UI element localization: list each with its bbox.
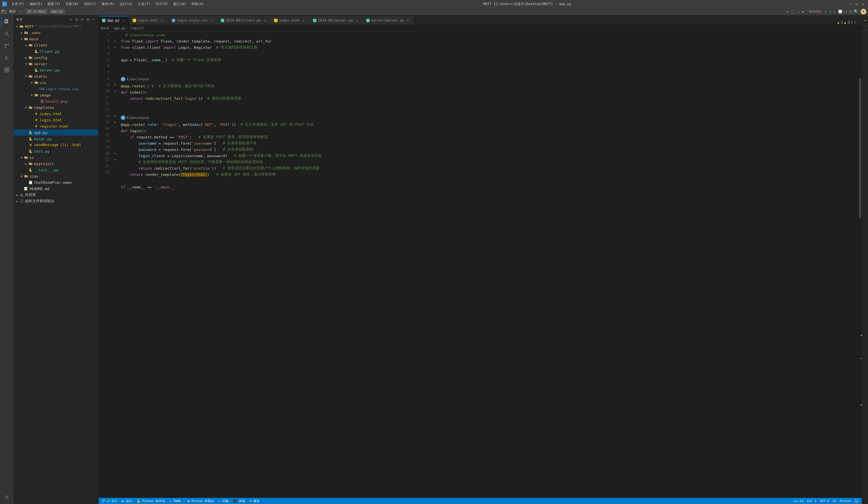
- tree-item-mysql-py[interactable]: 🐍 mysql.py: [14, 135, 99, 142]
- terminal-btn[interactable]: ⬛ 终端: [232, 499, 246, 503]
- git-checkmark[interactable]: ✓: [825, 9, 827, 13]
- line-ending-btn[interactable]: LF: [831, 499, 837, 503]
- toolbar-action-2[interactable]: ⬛: [791, 9, 795, 13]
- tree-item-image-folder[interactable]: ▼ image: [14, 92, 99, 98]
- menu-git[interactable]: Git(G): [154, 1, 170, 7]
- tree-item-css-folder[interactable]: ▼ css: [14, 79, 99, 85]
- tab-close-index-html[interactable]: ✕: [301, 18, 306, 23]
- tab-login-css[interactable]: login-style.css ✕: [168, 16, 217, 24]
- user-avatar[interactable]: X: [861, 9, 866, 14]
- breadcrumb-part-file[interactable]: app.py: [113, 26, 126, 30]
- menu-edit[interactable]: 编辑(E): [27, 1, 45, 7]
- tree-item-test-py[interactable]: 🐍 test.py: [14, 148, 99, 154]
- breadcrumb-part-main[interactable]: main: [101, 26, 109, 30]
- collapse-all-button[interactable]: ⊟: [74, 17, 79, 22]
- git-branch-button[interactable]: ⎇ main: [26, 9, 48, 14]
- debug-icon[interactable]: [1, 52, 12, 63]
- tree-item-templates[interactable]: ▼ templates: [14, 104, 99, 111]
- tab-index-html[interactable]: index.html ✕: [271, 16, 310, 24]
- fold-20[interactable]: ▼: [113, 150, 117, 157]
- toolbar-action-4[interactable]: ▶: [802, 9, 805, 13]
- code-content-area[interactable]: # xiaoxianyue code from flask import Fla…: [118, 32, 858, 498]
- git-arrow-up[interactable]: ↑: [829, 9, 831, 13]
- info-display[interactable]: ℹ 1: [851, 21, 856, 24]
- menu-view[interactable]: 视图(V): [45, 1, 63, 7]
- run-btn[interactable]: ▶ 运行: [121, 499, 133, 503]
- maximize-button[interactable]: □: [854, 1, 859, 7]
- tree-item-venv[interactable]: ▶ .venv: [14, 30, 99, 36]
- extensions-icon[interactable]: [1, 64, 12, 75]
- current-file-chip[interactable]: app.py: [49, 9, 65, 14]
- encoding-btn[interactable]: UTF-8: [819, 499, 830, 503]
- tab-app-py[interactable]: app.py ✕: [99, 16, 129, 24]
- code-editor[interactable]: 1 2 3 4 5 6 7 8 9 10 11 12 13 14 15 16 1: [99, 32, 862, 498]
- issues-btn[interactable]: ⚠ 问题: [217, 499, 230, 503]
- tab-login-html[interactable]: login.html ✕: [129, 16, 168, 24]
- menu-nav[interactable]: 导航(N): [63, 1, 81, 7]
- line-col-btn[interactable]: Ln 21, Col 1: [793, 499, 817, 503]
- menu-help[interactable]: 帮助(H): [189, 1, 207, 7]
- todo-btn[interactable]: ☑ TODO: [168, 499, 182, 503]
- tab-close-client-py[interactable]: ✕: [262, 18, 267, 23]
- tree-item-config[interactable]: ▶ config: [14, 54, 99, 61]
- tree-item-external-libs[interactable]: ▶ 外部库: [14, 192, 99, 198]
- git-clock[interactable]: 🕐: [838, 9, 843, 13]
- fold-2[interactable]: ▼: [113, 38, 117, 44]
- git-icon[interactable]: [1, 40, 12, 52]
- menu-code[interactable]: 代码(C): [81, 1, 99, 7]
- ai-assistant-btn[interactable]: ★: [862, 18, 868, 23]
- minimize-button[interactable]: ─: [848, 1, 853, 7]
- fold-15[interactable]: ▼: [113, 119, 117, 125]
- tab-server-py[interactable]: 2024-06\Server.py ✕: [310, 16, 363, 24]
- python-packages-btn[interactable]: 🐍 Python 软件包: [135, 499, 166, 503]
- warnings-display[interactable]: ▲ 2: [837, 21, 843, 24]
- tree-item-client[interactable]: ▼ client: [14, 42, 99, 48]
- tree-root-mqtt[interactable]: ▼ MQTT C:\Users\肖葵月\Desktop\MQTT: [14, 23, 99, 30]
- new-file-button[interactable]: +: [68, 17, 73, 22]
- tree-item-myproject[interactable]: ▶ myproject: [14, 161, 99, 167]
- tree-item-index-html[interactable]: H index.html: [14, 111, 99, 117]
- tree-item-desert-png[interactable]: 🖼 Desert.png: [14, 98, 99, 104]
- tree-item-register-html[interactable]: H register.html: [14, 123, 99, 129]
- tab-list-btn[interactable]: ⋮: [857, 21, 860, 24]
- tree-item-login-css[interactable]: CSS login-style.css: [14, 85, 99, 92]
- menu-window[interactable]: 窗口(W): [171, 1, 188, 7]
- search-icon[interactable]: [1, 28, 12, 40]
- tree-item-xiao[interactable]: ▼ xiao: [14, 173, 99, 179]
- fold-21[interactable]: ▼: [113, 157, 117, 163]
- tree-item-client-py[interactable]: 🐍 Client.py: [14, 48, 99, 54]
- settings-gear-button[interactable]: ⚙: [85, 17, 91, 22]
- close-sidebar-button[interactable]: ─: [91, 17, 96, 22]
- tree-item-readme[interactable]: 📝 README.md: [14, 185, 99, 192]
- right-panel-expand[interactable]: ›: [862, 23, 868, 28]
- tree-item-main[interactable]: ▼ main: [14, 36, 99, 42]
- git-status[interactable]: Git(G):: [809, 10, 822, 13]
- toolbar-action-1[interactable]: ↻: [786, 9, 789, 13]
- warnings-display2[interactable]: ▲ 3: [844, 21, 850, 24]
- menu-refactor[interactable]: 重构(R): [99, 1, 117, 7]
- python-console-btn[interactable]: ▶ Python 控制台: [187, 499, 215, 503]
- tree-item-static[interactable]: ▼ static: [14, 73, 99, 79]
- tab-client-py[interactable]: 2024-06\Client.py ✕: [217, 16, 271, 24]
- tree-item-server[interactable]: ▼ server: [14, 61, 99, 67]
- tab-close-app-py[interactable]: ✕: [121, 18, 126, 23]
- translate-icon[interactable]: A: [849, 9, 851, 13]
- close-button[interactable]: ✕: [861, 1, 866, 7]
- tree-item-login-html[interactable]: H login.html: [14, 117, 99, 123]
- tree-item-temp-files[interactable]: ▶ ⬛ 临时文件和控制台: [14, 198, 99, 204]
- menu-file[interactable]: 文件(F): [9, 1, 27, 7]
- tree-item-su[interactable]: ▼ su: [14, 154, 99, 161]
- tab-close-login-css[interactable]: ✕: [209, 18, 214, 23]
- toolbar-action-3[interactable]: ↓: [798, 9, 800, 13]
- scroll-thumb[interactable]: [859, 78, 861, 218]
- search-global[interactable]: 🔍: [854, 9, 858, 13]
- breadcrumb-part-func[interactable]: login(): [130, 26, 145, 30]
- fold-9[interactable]: ▼: [113, 82, 117, 88]
- tree-item-init-py[interactable]: 🐍 __init__.py: [14, 167, 99, 173]
- project-label[interactable]: 项目: [7, 9, 18, 14]
- fold-3[interactable]: ▼: [113, 44, 117, 50]
- tab-close-login-html[interactable]: ✕: [160, 18, 165, 23]
- fold-10[interactable]: ▼: [113, 88, 117, 94]
- sort-button[interactable]: ≡: [80, 17, 85, 22]
- notifications-btn[interactable]: [853, 499, 859, 503]
